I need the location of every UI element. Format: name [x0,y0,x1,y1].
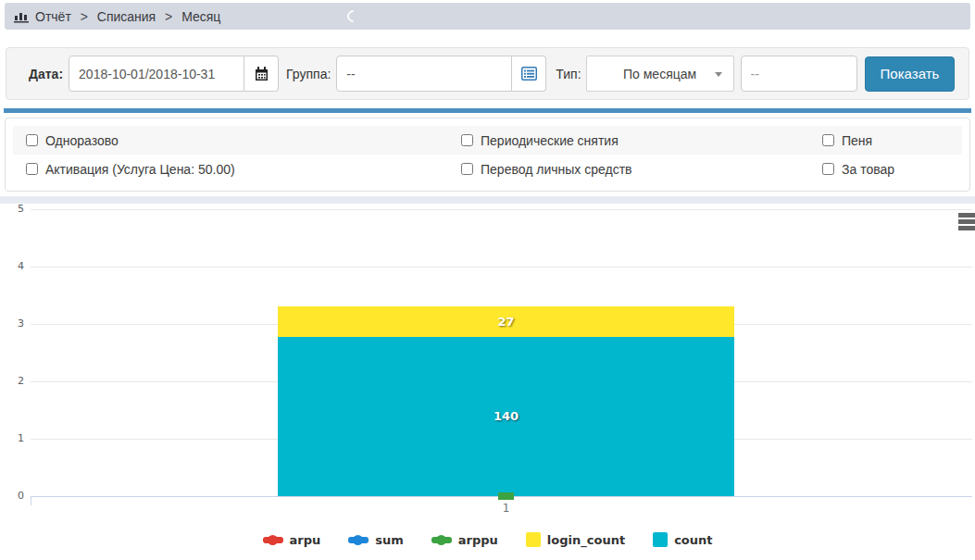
legend-item-arpu[interactable]: arpu [263,533,321,547]
type-select-value: По месяцам [623,67,696,81]
checkbox-label: Активация (Услуга Цена: 50.00) [45,162,235,177]
legend-marker-arpu [263,537,283,543]
date-label: Дата: [29,67,63,81]
legend-label: sum [375,533,404,547]
checkbox-za-tovar[interactable]: За товар [809,162,962,177]
legend-marker-login_count [526,532,541,547]
legend-marker-sum [348,537,369,543]
list-icon [521,67,537,81]
bar-stack: 14027 [278,209,734,496]
bar-value-label: 27 [497,315,514,329]
chart-menu-icon[interactable] [958,213,975,232]
breadcrumb-separator: > [81,9,88,24]
chart-plot: 14027 [31,209,972,496]
checkbox-input[interactable] [822,134,834,146]
spinner-icon [344,7,361,24]
checkbox-row: Одноразово Периодические снятия Пеня [13,126,962,155]
checkbox-label: Перевод личных средств [481,162,632,177]
legend-item-count[interactable]: count [653,532,712,547]
checkbox-input[interactable] [461,134,473,146]
y-tick-label: 2 [0,375,24,388]
section-divider [4,108,971,113]
checkbox-label: Одноразово [45,133,119,148]
bar-segment-login_count[interactable]: 27 [278,306,734,336]
y-axis-labels: 543210 [0,209,24,496]
y-tick-label: 4 [0,260,24,273]
checkbox-label: Пеня [842,133,872,148]
legend-label: login_count [547,533,625,547]
group-input[interactable] [336,56,512,92]
calendar-icon [255,67,269,81]
y-tick-label: 1 [0,432,24,445]
line-marker-arppu[interactable] [498,492,514,500]
extra-input[interactable] [741,56,857,92]
legend-item-arppu[interactable]: arppu [431,533,498,547]
checkbox-penya[interactable]: Пеня [809,133,962,148]
legend-marker-arppu [431,537,452,543]
show-button[interactable]: Показать [865,56,956,92]
filter-panel: Дата: Группа: [6,47,969,100]
checkbox-input[interactable] [26,134,38,146]
breadcrumb: Отчёт > Списания > Месяц [35,9,220,24]
checkbox-label: За товар [842,162,894,177]
legend-item-sum[interactable]: sum [348,533,404,547]
breadcrumb-separator: > [165,9,172,24]
breadcrumb-otchet[interactable]: Отчёт [35,9,71,24]
y-tick-label: 0 [0,490,24,503]
group-label: Группа: [286,67,331,81]
checkbox-panel: Одноразово Периодические снятия Пеня Акт… [5,118,970,192]
checkbox-label: Периодические снятия [481,133,619,148]
legend-label: count [674,533,712,547]
checkbox-input[interactable] [26,163,38,175]
checkbox-row: Активация (Услуга Цена: 50.00) Перевод л… [13,155,962,183]
chart-legend: arpusumarppulogin_countcount [0,532,975,547]
x-axis-category-label: 1 [278,502,734,515]
legend-marker-count [653,532,668,547]
breadcrumb-mesyats[interactable]: Месяц [181,9,220,24]
checkbox-input[interactable] [822,163,834,175]
bar-chart-icon [14,9,29,23]
page-gap [0,196,975,204]
header-bar: Отчёт > Списания > Месяц [5,3,970,30]
legend-item-login_count[interactable]: login_count [526,532,625,547]
chart-panel: 543210 14027 1 arpusumarppulogin_countco… [0,204,975,560]
checkbox-odnorazovo[interactable]: Одноразово [13,133,448,148]
type-label: Тип: [556,67,581,81]
chevron-down-icon [715,72,722,77]
y-tick-label: 5 [0,203,24,216]
calendar-button[interactable] [244,56,279,92]
checkbox-input[interactable] [461,163,473,175]
y-tick-label: 3 [0,317,24,330]
legend-label: arpu [290,533,321,547]
group-list-button[interactable] [512,56,546,92]
bar-segment-count[interactable]: 140 [278,337,734,496]
breadcrumb-spisaniya[interactable]: Списания [97,9,156,24]
legend-label: arppu [458,533,498,547]
checkbox-periodicheskie-snyatiya[interactable]: Периодические снятия [448,133,809,148]
checkbox-perevod-lichnyh-sredstv[interactable]: Перевод личных средств [448,162,809,177]
type-select[interactable]: По месяцам [586,56,734,92]
date-input[interactable] [69,56,244,92]
bar-value-label: 140 [494,409,519,423]
checkbox-aktivatsiya[interactable]: Активация (Услуга Цена: 50.00) [13,162,448,177]
